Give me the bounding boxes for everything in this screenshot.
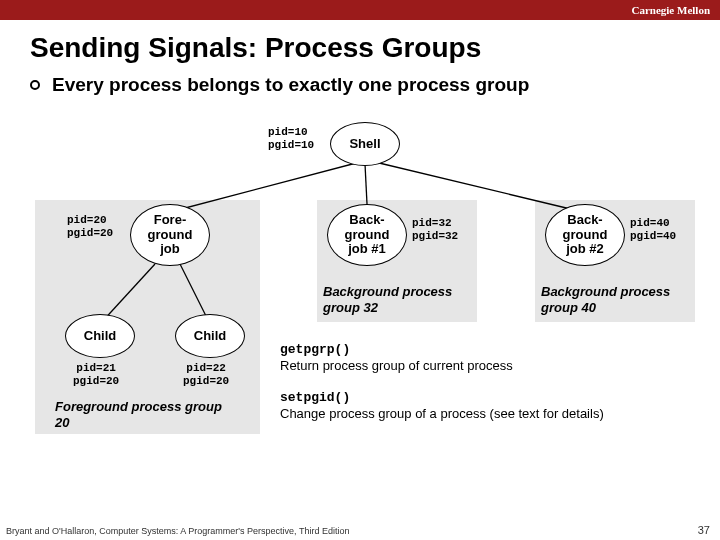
- page-number: 37: [698, 524, 710, 536]
- node-child2-label: Child: [194, 329, 227, 344]
- label-bg1-pids: pid=32 pgid=32: [412, 217, 458, 242]
- bullet-icon: [30, 80, 40, 90]
- label-child2-pids: pid=22 pgid=20: [183, 362, 229, 387]
- func-getpgrp: getpgrp() Return process group of curren…: [280, 342, 680, 375]
- bullet-row: Every process belongs to exactly one pro…: [30, 74, 720, 96]
- node-child1-label: Child: [84, 329, 117, 344]
- diagram: Shell pid=10 pgid=10 Fore- ground job pi…: [15, 104, 695, 444]
- bullet-text: Every process belongs to exactly one pro…: [52, 74, 529, 96]
- footer-text: Bryant and O'Hallaron, Computer Systems:…: [6, 526, 349, 536]
- brand-text: Carnegie Mellon: [631, 4, 710, 16]
- func-setpgid-name: setpgid(): [280, 390, 680, 406]
- svg-line-1: [365, 164, 367, 204]
- func-getpgrp-name: getpgrp(): [280, 342, 680, 358]
- node-shell-label: Shell: [349, 137, 380, 152]
- func-setpgid-desc: Change process group of a process (see t…: [280, 406, 680, 422]
- func-setpgid: setpgid() Change process group of a proc…: [280, 390, 680, 423]
- label-fg-pids: pid=20 pgid=20: [67, 214, 113, 239]
- node-child2: Child: [175, 314, 245, 358]
- caption-fg: Foreground process group 20: [55, 399, 235, 430]
- node-child1: Child: [65, 314, 135, 358]
- slide-title: Sending Signals: Process Groups: [30, 32, 720, 64]
- func-getpgrp-desc: Return process group of current process: [280, 358, 680, 374]
- label-child1-pids: pid=21 pgid=20: [73, 362, 119, 387]
- label-shell-pids: pid=10 pgid=10: [268, 126, 314, 151]
- top-bar: Carnegie Mellon: [0, 0, 720, 20]
- node-bg2: Back- ground job #2: [545, 204, 625, 266]
- node-shell: Shell: [330, 122, 400, 166]
- caption-bg1: Background process group 32: [323, 284, 473, 315]
- node-bg1: Back- ground job #1: [327, 204, 407, 266]
- caption-bg2: Background process group 40: [541, 284, 691, 315]
- node-fg: Fore- ground job: [130, 204, 210, 266]
- label-bg2-pids: pid=40 pgid=40: [630, 217, 676, 242]
